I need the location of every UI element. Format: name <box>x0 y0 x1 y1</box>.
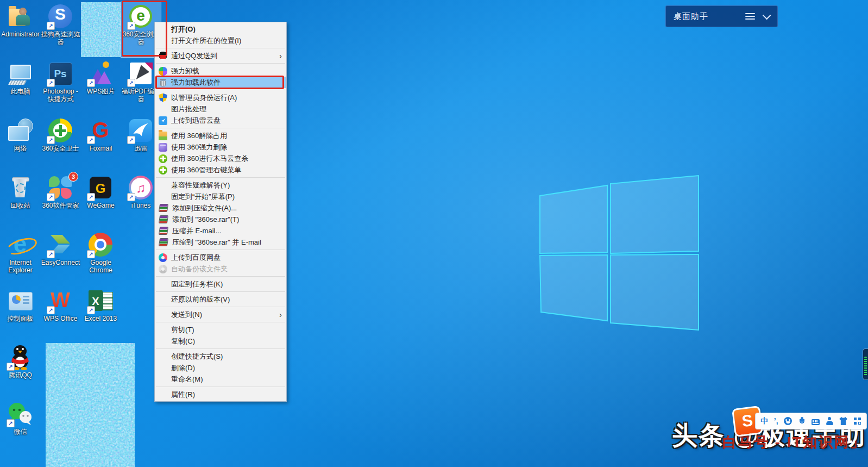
menu-separator <box>156 276 285 277</box>
menu-item-compress-to-360se-rar-and-email[interactable]: 压缩到 "360se.rar" 并 E-mail <box>155 236 286 248</box>
icon-label: 腾讯QQ <box>1 371 40 379</box>
icon-label: Photoshop - 快捷方式 <box>41 88 80 103</box>
menu-item-label: 以管理员身份运行(A) <box>171 92 285 103</box>
grip-stripes <box>864 357 867 376</box>
menu-item-force-uninstall[interactable]: 强力卸载 <box>155 65 286 77</box>
desktop-icon-censored[interactable] <box>81 2 121 57</box>
menu-item-auto-backup-folder: 自动备份该文件夹 <box>155 263 286 275</box>
ime-toolbar[interactable]: 中 ’, <box>755 413 867 429</box>
menu-item-compress-and-email[interactable]: 压缩并 E-mail... <box>155 225 286 236</box>
administrator-folder-icon <box>7 3 33 29</box>
desktop-icon-wps-pic[interactable]: ↗ WPS图片 <box>81 59 121 114</box>
menu-separator <box>156 250 285 250</box>
account-icon[interactable] <box>826 417 834 425</box>
menu-item-rename[interactable]: 重命名(M) <box>155 373 286 385</box>
menu-item-copy[interactable]: 复制(C) <box>155 335 286 347</box>
menu-item-upload-to-baidu-pan[interactable]: 上传到百度网盘 <box>155 252 286 263</box>
shortcut-arrow-icon: ↗ <box>87 193 95 201</box>
desktop-icon-wegame[interactable]: G ↗ WeGame <box>81 173 121 228</box>
desktop-icon-control-panel[interactable]: 控制面板 <box>1 287 40 341</box>
censored-region <box>46 343 135 467</box>
empty-icon <box>159 364 167 372</box>
desktop-icon-recycle-bin[interactable]: 回收站 <box>1 173 40 228</box>
menu-item-compatibility-troubleshooter[interactable]: 兼容性疑难解答(Y) <box>155 179 286 191</box>
menu-item-open[interactable]: 打开(O) <box>155 23 286 35</box>
shortcut-arrow-icon: ↗ <box>127 22 135 30</box>
shortcut-arrow-icon: ↗ <box>87 136 95 144</box>
menu-item-cut[interactable]: 剪切(T) <box>155 324 286 335</box>
desktop-icon-easyconnect[interactable]: ↗ EasyConnect <box>41 231 80 285</box>
menu-item-send-via-qq[interactable]: 通过QQ发送到› <box>155 50 286 61</box>
menu-item-force-uninstall-this-software[interactable]: 强力卸载此软件 <box>155 77 286 88</box>
punctuation-icon[interactable]: ’, <box>774 413 778 429</box>
menu-item-360-manage-context-menu[interactable]: 使用 360管理右键菜单 <box>155 164 286 176</box>
desktop-icon-administrator[interactable]: Administrator <box>1 2 40 57</box>
menu-item-label: 还原以前的版本(V) <box>171 294 285 305</box>
menu-item-restore-previous-versions[interactable]: 还原以前的版本(V) <box>155 294 286 305</box>
menu-item-open-file-location[interactable]: 打开文件所在的位置(I) <box>155 35 286 46</box>
menu-item-send-to[interactable]: 发送到(N)› <box>155 309 286 320</box>
chinese-mode-icon[interactable]: 中 <box>760 413 768 429</box>
menu-separator <box>156 322 285 322</box>
hamburger-menu-icon[interactable] <box>745 13 755 20</box>
greenplus-icon <box>159 166 167 175</box>
menu-item-360-unlock-file[interactable]: 使用 360解除占用 <box>155 130 286 141</box>
menu-separator <box>156 307 285 307</box>
shortcut-arrow-icon: ↗ <box>127 79 135 87</box>
menu-separator <box>156 128 285 128</box>
menu-separator <box>156 291 285 292</box>
menu-item-label: 属性(R) <box>171 389 285 400</box>
empty-icon <box>159 310 167 319</box>
shield-icon <box>159 94 167 102</box>
skin-icon[interactable] <box>839 417 847 425</box>
desktop-icon-excel-2013[interactable]: X ↗ Excel 2013 <box>81 287 121 341</box>
menu-item-360-force-delete[interactable]: 使用 360强力删除 <box>155 141 286 153</box>
desktop-icon-google-chrome[interactable]: ↗ Google Chrome <box>81 231 121 285</box>
desktop-icon-network[interactable]: 网络 <box>1 116 40 171</box>
icon-label: Foxmail <box>81 145 121 152</box>
context-menu: 打开(O)打开文件所在的位置(I)通过QQ发送到›强力卸载强力卸载此软件以管理员… <box>154 22 287 402</box>
voice-input-icon[interactable] <box>798 417 806 425</box>
menu-item-add-to-archive[interactable]: 添加到压缩文件(A)... <box>155 202 286 214</box>
shortcut-arrow-icon: ↗ <box>47 136 55 144</box>
censored-noise-icon <box>81 2 121 57</box>
menu-item-label: 添加到压缩文件(A)... <box>172 202 285 214</box>
this-pc-icon <box>7 60 33 86</box>
desktop-icon-wechat[interactable]: ↗ 微信 <box>1 400 40 454</box>
empty-icon <box>159 192 167 201</box>
desktop-icon-wps-office[interactable]: W ↗ WPS Office <box>41 287 80 341</box>
windows-logo <box>528 174 702 335</box>
menu-separator <box>156 48 285 48</box>
desktop-icon-360-software-manager[interactable]: 3 ↗ 360软件管家 <box>41 173 80 228</box>
menu-item-create-shortcut[interactable]: 创建快捷方式(S) <box>155 351 286 362</box>
icon-label: 搜狗高速浏览器 <box>41 30 80 46</box>
desktop-icon-tencent-qq[interactable]: ↗ 腾讯QQ <box>1 343 40 398</box>
desktop-assistant-bar[interactable]: 桌面助手 <box>665 5 778 27</box>
menu-item-properties[interactable]: 属性(R) <box>155 389 286 400</box>
menu-item-label: 上传到迅雷云盘 <box>171 115 285 126</box>
edge-dock-handle[interactable] <box>863 348 868 380</box>
menu-item-label: 强力卸载 <box>171 65 285 77</box>
desktop-icon-photoshop[interactable]: Ps ↗ Photoshop - 快捷方式 <box>41 59 80 114</box>
menu-item-add-to-360se-rar[interactable]: 添加到 "360se.rar"(T) <box>155 214 286 225</box>
menu-item-360-trojan-cloud-scan[interactable]: 使用 360进行木马云查杀 <box>155 153 286 164</box>
menu-item-delete[interactable]: 删除(D) <box>155 362 286 373</box>
menu-item-image-batch-process[interactable]: 图片批处理 <box>155 103 286 115</box>
emoji-icon[interactable] <box>784 417 792 425</box>
empty-icon <box>159 105 167 114</box>
desktop-icon-360-safe-guard[interactable]: ↗ 360安全卫士 <box>41 116 80 171</box>
menu-item-label: 复制(C) <box>171 335 285 347</box>
menu-item-pin-to-start[interactable]: 固定到“开始”屏幕(P) <box>155 191 286 202</box>
desktop-icon-internet-explorer[interactable]: e Internet Explorer <box>1 231 40 285</box>
desktop-icon-foxmail[interactable]: G ↗ Foxmail <box>81 116 121 171</box>
menu-item-upload-to-xunlei-cloud[interactable]: 上传到迅雷云盘 <box>155 115 286 126</box>
menu-item-pin-to-taskbar[interactable]: 固定到任务栏(K) <box>155 278 286 290</box>
menu-grid-icon[interactable] <box>853 417 861 425</box>
menu-item-run-as-admin[interactable]: 以管理员身份运行(A) <box>155 92 286 103</box>
soft-keyboard-icon[interactable] <box>812 419 820 425</box>
menu-item-label: 使用 360强力删除 <box>171 141 285 153</box>
watermark: 头条 @极速手助 白马号 - IT知识网」 S 中 ’, <box>564 402 868 467</box>
desktop-icon-sogou-browser[interactable]: S ↗ 搜狗高速浏览器 <box>41 2 80 57</box>
chevron-down-icon[interactable] <box>763 11 771 20</box>
desktop-icon-this-pc[interactable]: 此电脑 <box>1 59 40 114</box>
